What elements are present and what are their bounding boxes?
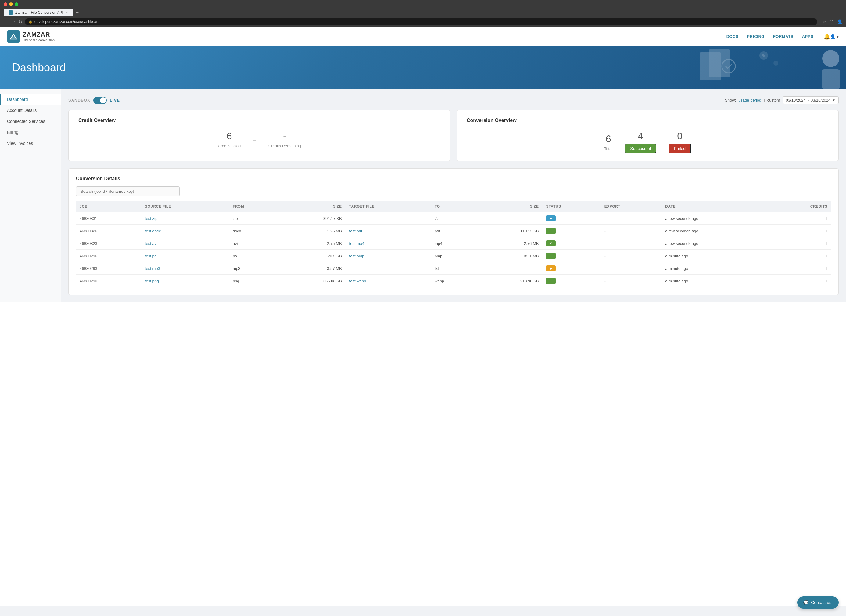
- back-button[interactable]: ←: [4, 19, 9, 24]
- cell-size-src: 355.08 KB: [278, 275, 345, 287]
- failed-badge[interactable]: Failed: [668, 144, 691, 153]
- date-from: 03/10/2024: [786, 98, 806, 103]
- chevron-down-icon: ▼: [832, 98, 835, 102]
- new-tab-button[interactable]: +: [73, 9, 81, 16]
- table-header-row: JOB SOURCE FILE FROM SIZE TARGET FILE TO…: [76, 201, 831, 212]
- source-file-link[interactable]: test.mp3: [145, 266, 160, 271]
- target-file-link[interactable]: test.pdf: [349, 229, 362, 233]
- tab-title: Zamzar - File Conversion API: [15, 10, 63, 15]
- conversion-overview-title: Conversion Overview: [467, 118, 828, 123]
- forward-button[interactable]: →: [11, 19, 16, 24]
- maximize-button[interactable]: [15, 3, 18, 6]
- env-toggle-switch[interactable]: [93, 97, 107, 104]
- cell-size-dst: 110.12 KB: [475, 225, 542, 237]
- target-file-link[interactable]: test.mp4: [349, 241, 364, 246]
- successful-stat: 4 Successful: [624, 131, 656, 153]
- cell-credits: 1: [767, 250, 831, 262]
- sidebar-item-account-details[interactable]: Account Details: [0, 105, 61, 116]
- cell-size-dst: -: [475, 212, 542, 225]
- cell-size-src: 2.75 MB: [278, 237, 345, 250]
- refresh-button[interactable]: ↻: [18, 19, 22, 25]
- source-file-link[interactable]: test.ps: [145, 254, 156, 258]
- target-file-link[interactable]: test.bmp: [349, 254, 364, 258]
- conversion-details-title: Conversion Details: [76, 176, 831, 182]
- successful-badge[interactable]: Successful: [624, 144, 656, 153]
- logo-sub: Online file conversion: [23, 38, 54, 42]
- svg-point-6: [773, 61, 778, 66]
- logo-text: ZAMZAR Online file conversion: [23, 31, 54, 42]
- svg-point-7: [822, 50, 839, 67]
- sidebar-item-connected-services[interactable]: Connected Services: [0, 116, 61, 127]
- source-file-link[interactable]: test.docx: [145, 229, 161, 233]
- sidebar-item-view-invoices[interactable]: View Invoices: [0, 138, 61, 149]
- table-row: 46880323 test.avi avi 2.75 MB test.mp4 m…: [76, 237, 831, 250]
- sidebar-item-billing[interactable]: Billing: [0, 127, 61, 138]
- live-label: LIVE: [110, 98, 120, 103]
- source-file-link[interactable]: test.png: [145, 279, 159, 283]
- source-file-link[interactable]: test.zip: [145, 216, 157, 221]
- sidebar-item-dashboard[interactable]: Dashboard: [0, 94, 61, 105]
- target-file-empty: -: [349, 266, 350, 271]
- bookmark-icon[interactable]: ☆: [822, 19, 826, 24]
- main-content: SANDBOX LIVE Show: usage period | custom…: [61, 89, 846, 302]
- cell-size-dst: 213.98 KB: [475, 275, 542, 287]
- show-label: Show:: [725, 98, 736, 103]
- browser-tab[interactable]: Zamzar - File Conversion API ✕: [4, 9, 73, 16]
- cell-size-src: 3.57 MB: [278, 262, 345, 275]
- status-success-icon: ✓: [546, 228, 556, 234]
- cell-size-src: 20.5 KB: [278, 250, 345, 262]
- cell-from: mp3: [229, 262, 278, 275]
- nav-pricing[interactable]: PRICING: [747, 34, 765, 39]
- cell-status: ✓: [542, 225, 601, 237]
- cell-target-file: test.webp: [345, 275, 431, 287]
- tab-favicon: [9, 10, 13, 15]
- minimize-button[interactable]: [9, 3, 13, 6]
- cell-from: png: [229, 275, 278, 287]
- nav-formats[interactable]: FORMATS: [773, 34, 793, 39]
- date-range-selector[interactable]: 03/10/2024 - 03/10/2024 ▼: [783, 96, 839, 104]
- cell-status: ✓: [542, 250, 601, 262]
- nav-docs[interactable]: DOCS: [727, 34, 739, 39]
- toggle-thumb: [100, 97, 106, 103]
- source-file-link[interactable]: test.avi: [145, 241, 157, 246]
- profile-icon[interactable]: 👤: [837, 19, 842, 24]
- credits-used-label: Credits Used: [218, 144, 241, 148]
- cell-target-file: test.mp4: [345, 237, 431, 250]
- cell-job: 46880326: [76, 225, 141, 237]
- credit-overview-card: Credit Overview 6 Credits Used - - Credi…: [68, 110, 451, 161]
- lock-icon: 🔒: [28, 20, 32, 24]
- custom-label: custom: [767, 98, 780, 103]
- tab-close-icon[interactable]: ✕: [66, 11, 68, 15]
- url-bar[interactable]: 🔒 developers.zamzar.com/user/dashboard: [25, 18, 817, 25]
- extensions-icon[interactable]: ⬡: [830, 19, 833, 24]
- stat-divider: -: [253, 134, 256, 145]
- status-playing-icon: ▶: [546, 265, 556, 271]
- svg-rect-8: [822, 69, 840, 89]
- target-file-link[interactable]: test.webp: [349, 279, 366, 283]
- col-status: STATUS: [542, 201, 601, 212]
- cell-credits: 1: [767, 275, 831, 287]
- cell-credits: 1: [767, 237, 831, 250]
- cell-date: a few seconds ago: [661, 212, 767, 225]
- hero-title: Dashboard: [12, 61, 66, 74]
- date-separator: -: [808, 98, 809, 103]
- col-source-file: SOURCE FILE: [141, 201, 229, 212]
- user-menu[interactable]: 👤 ▾: [830, 34, 839, 39]
- svg-marker-0: [10, 34, 16, 39]
- table-row: 46880326 test.docx docx 1.25 MB test.pdf…: [76, 225, 831, 237]
- cell-from: docx: [229, 225, 278, 237]
- close-button[interactable]: [4, 3, 7, 6]
- contact-us-button[interactable]: 💬 Contact us!: [797, 597, 839, 606]
- url-text: developers.zamzar.com/user/dashboard: [34, 19, 100, 24]
- status-success-icon: ✓: [546, 240, 556, 246]
- logo-area: ZAMZAR Online file conversion: [7, 31, 54, 43]
- cell-date: a few seconds ago: [661, 225, 767, 237]
- col-credits: CREDITS: [767, 201, 831, 212]
- cell-size-dst: 2.76 MB: [475, 237, 542, 250]
- nav-apps[interactable]: APPS: [802, 34, 814, 39]
- notification-icon[interactable]: 🔔: [823, 33, 830, 40]
- cell-to: bmp: [431, 250, 475, 262]
- search-input[interactable]: [76, 186, 180, 197]
- cell-source-file: test.png: [141, 275, 229, 287]
- usage-period-link[interactable]: usage period: [738, 98, 761, 103]
